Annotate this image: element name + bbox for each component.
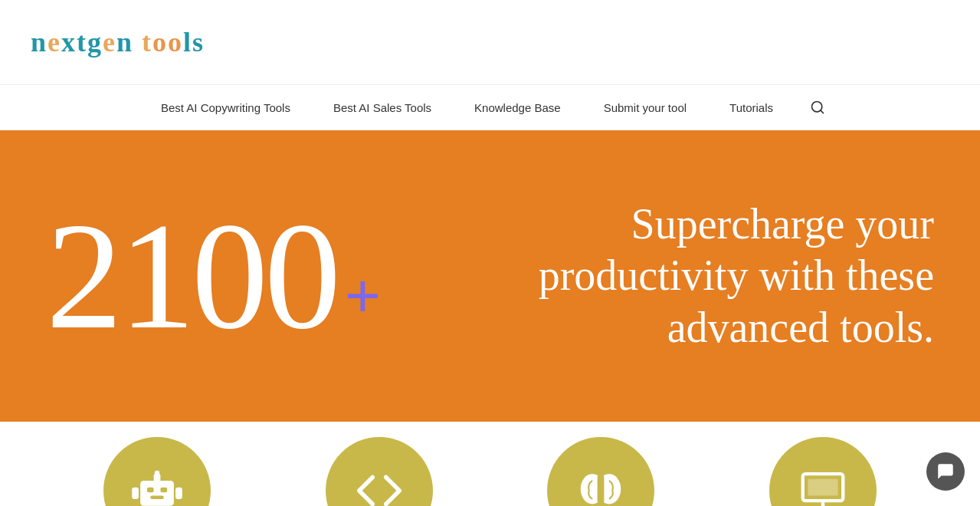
hero-number-group: 2100 + [46, 199, 381, 353]
logo-letter-t2: t [142, 27, 152, 58]
svg-rect-3 [147, 488, 154, 493]
logo-letter-l: l [183, 27, 192, 58]
svg-rect-12 [598, 474, 605, 504]
logo-letter-e2: e [103, 27, 116, 58]
logo-letter-o: o [152, 27, 168, 58]
logo-letter-n2: n [116, 27, 133, 58]
svg-rect-8 [132, 488, 139, 499]
robot-icon [130, 464, 184, 506]
monitor-icon-circle [769, 437, 877, 506]
logo-letter-o2: o [168, 27, 183, 58]
monitor-icon [796, 464, 850, 506]
nav-item-copywriting[interactable]: Best AI Copywriting Tools [139, 85, 312, 130]
robot-icon-circle [103, 437, 211, 506]
svg-rect-4 [160, 488, 167, 493]
nav-item-tutorials[interactable]: Tutorials [708, 85, 795, 130]
svg-rect-9 [175, 488, 182, 499]
nav-item-knowledge[interactable]: Knowledge Base [453, 85, 582, 130]
hero-section: 2100 + Supercharge your productivity wit… [0, 130, 980, 422]
brain-icon [574, 464, 628, 506]
svg-rect-16 [808, 479, 837, 496]
svg-point-7 [155, 471, 160, 476]
svg-line-1 [821, 110, 824, 113]
logo-letter-n: n [31, 27, 48, 58]
logo-letter-x: x [61, 27, 77, 58]
nav-item-submit[interactable]: Submit your tool [582, 85, 708, 130]
header: nextgen tools [0, 0, 980, 84]
hero-plus: + [345, 261, 381, 331]
logo-letter-g: g [87, 27, 103, 58]
svg-rect-5 [150, 496, 164, 499]
logo[interactable]: nextgen tools [31, 26, 205, 58]
logo-letter-s: s [192, 27, 205, 58]
hero-count: 2100 [46, 199, 337, 353]
logo-letter-t: t [77, 27, 87, 58]
main-nav: Best AI Copywriting Tools Best AI Sales … [0, 84, 980, 130]
logo-letter-e: e [48, 27, 61, 58]
hero-tagline: Supercharge your productivity with these… [381, 199, 934, 353]
code-icon-circle [326, 437, 433, 506]
search-icon[interactable] [795, 100, 841, 115]
svg-rect-2 [140, 481, 174, 506]
chat-bubble-button[interactable] [926, 452, 965, 491]
chat-icon [936, 462, 955, 481]
icons-section [0, 422, 980, 506]
code-icon [352, 464, 406, 506]
nav-item-sales[interactable]: Best AI Sales Tools [312, 85, 453, 130]
brain-icon-circle [547, 437, 654, 506]
